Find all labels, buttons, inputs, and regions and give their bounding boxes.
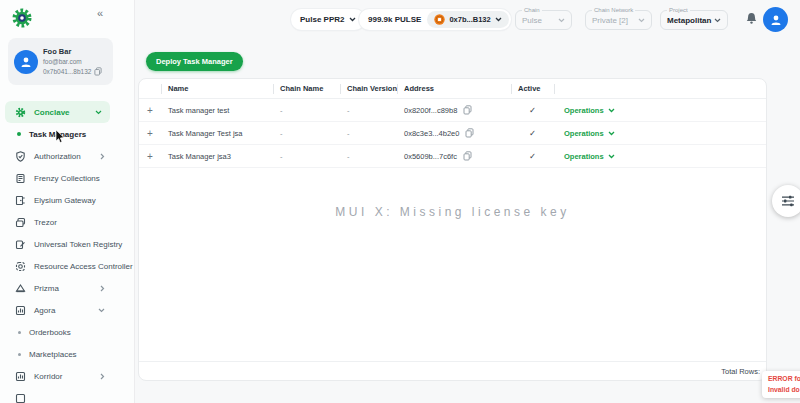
table-row: + Task manager test - - 0x8200f...c89b8 … [139, 99, 766, 122]
column-header-name[interactable]: Name [161, 79, 273, 98]
operations-button[interactable]: Operations [554, 129, 766, 138]
chain-select[interactable]: Chain Pulse [515, 10, 572, 30]
user-wallet-address: 0x7b041...8b132 [43, 67, 102, 76]
cell-address: 0x8200f...c89b8 [397, 105, 511, 115]
chevron-down-icon [608, 154, 615, 159]
chevron-down-icon [608, 108, 615, 113]
sidebar-item-task-managers[interactable]: Task Managers [0, 123, 113, 145]
table-footer: Total Rows: [139, 361, 766, 380]
column-header-chain-name[interactable]: Chain Name [273, 79, 340, 98]
project-select-label: Project [667, 7, 690, 13]
chevron-down-icon [98, 308, 105, 313]
chain-select-value: Pulse [522, 16, 542, 25]
gear-icon [15, 107, 26, 118]
copy-icon[interactable] [463, 151, 472, 161]
column-header-active[interactable]: Active [511, 79, 554, 98]
tune-filter-icon [781, 194, 795, 208]
sidebar-item-conclave[interactable]: Conclave [5, 101, 110, 123]
network-selector-button[interactable]: Pulse PPR2 [291, 9, 365, 30]
sidebar-item-elysium-gateway[interactable]: Elysium Gateway [0, 189, 113, 211]
chain-network-select-label: Chain Network [592, 7, 635, 13]
bullet-dot-icon [18, 353, 21, 356]
chevron-down-icon [638, 18, 645, 23]
chain-network-select[interactable]: Chain Network Private [2] [585, 10, 652, 30]
user-name: Foo Bar [43, 47, 102, 56]
sidebar-item-korridor[interactable]: Korridor [0, 365, 113, 387]
cell-chain-version: - [340, 129, 397, 138]
bar-chart-icon [15, 371, 26, 382]
sidebar-item-trezor[interactable]: Trezor [0, 211, 113, 233]
user-card[interactable]: Foo Bar foo@bar.com 0x7b041...8b132 [8, 38, 113, 85]
error-toast-line1: ERROR fo [768, 374, 800, 385]
total-rows-label: Total Rows: [721, 367, 760, 376]
copy-icon[interactable] [463, 105, 472, 115]
wallet-balance-button[interactable]: 999.9k PULSE 0x7b...B132 [359, 9, 511, 30]
expand-row-button[interactable]: + [139, 128, 161, 139]
sidebar-collapse-icon[interactable]: « [97, 7, 103, 19]
shield-icon [15, 151, 26, 162]
active-dot-icon [17, 132, 21, 136]
bullet-dot-icon [18, 331, 21, 334]
cell-active-check: ✓ [511, 151, 554, 161]
grid-settings-fab[interactable] [772, 185, 800, 217]
sidebar-item-frenzy-collections[interactable]: Frenzy Collections [0, 167, 113, 189]
chevron-down-icon [608, 131, 615, 136]
sidebar-item-resource-access-controller[interactable]: Resource Access Controller [0, 255, 113, 277]
error-toast-line2: Invalid do [768, 385, 800, 396]
wallet-short-address: 0x7b...B132 [449, 15, 490, 24]
cell-chain-version: - [340, 152, 397, 161]
operations-button[interactable]: Operations [554, 152, 766, 161]
balance-amount: 999.9k PULSE [368, 15, 421, 24]
sidebar-item-universal-token-registry[interactable]: Universal Token Registry [0, 233, 113, 255]
table-row: + Task Manager Test jsa - - 0x8c3e3...4b… [139, 122, 766, 145]
deploy-task-manager-button[interactable]: Deploy Task Manager [146, 52, 243, 71]
network-selector-label: Pulse PPR2 [300, 15, 344, 24]
cell-address: 0x8c3e3...4b2e0 [397, 128, 511, 138]
cell-active-check: ✓ [511, 105, 554, 115]
error-toast: ERROR fo Invalid do [762, 371, 800, 398]
gateway-icon [15, 195, 26, 206]
cell-name: Task Manager Test jsa [161, 129, 273, 138]
chevron-down-icon [495, 17, 502, 22]
chevron-down-icon [349, 17, 356, 22]
profile-avatar[interactable] [763, 7, 788, 32]
sidebar-nav: Conclave Task Managers Authorization Fre… [0, 101, 113, 403]
expand-row-button[interactable]: + [139, 151, 161, 162]
sidebar-item-prizma[interactable]: Prizma [0, 277, 113, 299]
coin-icon [434, 14, 445, 25]
chevron-right-icon [100, 153, 105, 160]
sidebar-item-orderbooks[interactable]: Orderbooks [0, 321, 113, 343]
table-row: + Task Manager jsa3 - - 0x5609b...7c6fc … [139, 145, 766, 168]
task-manager-table: Name Chain Name Chain Version Address Ac… [138, 78, 767, 381]
chevron-down-icon [558, 18, 565, 23]
notifications-bell-icon[interactable] [746, 11, 757, 29]
operations-button[interactable]: Operations [554, 106, 766, 115]
expand-row-button[interactable]: + [139, 105, 161, 116]
user-avatar [14, 50, 38, 74]
project-select-value: Metapolitan [667, 16, 711, 25]
prism-icon [15, 283, 26, 294]
registry-pen-icon [15, 239, 26, 250]
copy-icon[interactable] [465, 128, 474, 138]
sidebar-item-partial[interactable] [0, 387, 113, 403]
user-info: Foo Bar foo@bar.com 0x7b041...8b132 [43, 47, 102, 76]
chain-network-select-value: Private [2] [592, 16, 628, 25]
access-target-icon [15, 261, 26, 272]
sidebar-item-agora[interactable]: Agora [0, 299, 113, 321]
chevron-right-icon [100, 285, 105, 292]
wallet-address-chip[interactable]: 0x7b...B132 [427, 11, 508, 28]
column-header-chain-version[interactable]: Chain Version [340, 79, 397, 98]
cell-name: Task Manager jsa3 [161, 152, 273, 161]
column-header-address[interactable]: Address [397, 79, 511, 98]
layers-icon [15, 217, 26, 228]
cell-chain-name: - [273, 129, 340, 138]
sidebar-item-marketplaces[interactable]: Marketplaces [0, 343, 113, 365]
chain-select-label: Chain [522, 7, 542, 13]
copy-icon[interactable] [94, 67, 102, 76]
bar-chart-icon [15, 393, 26, 403]
cell-address: 0x5609b...7c6fc [397, 151, 511, 161]
project-select[interactable]: Project Metapolitan [660, 10, 728, 30]
cell-active-check: ✓ [511, 128, 554, 138]
sidebar-item-authorization[interactable]: Authorization [0, 145, 113, 167]
collection-icon [15, 173, 26, 184]
